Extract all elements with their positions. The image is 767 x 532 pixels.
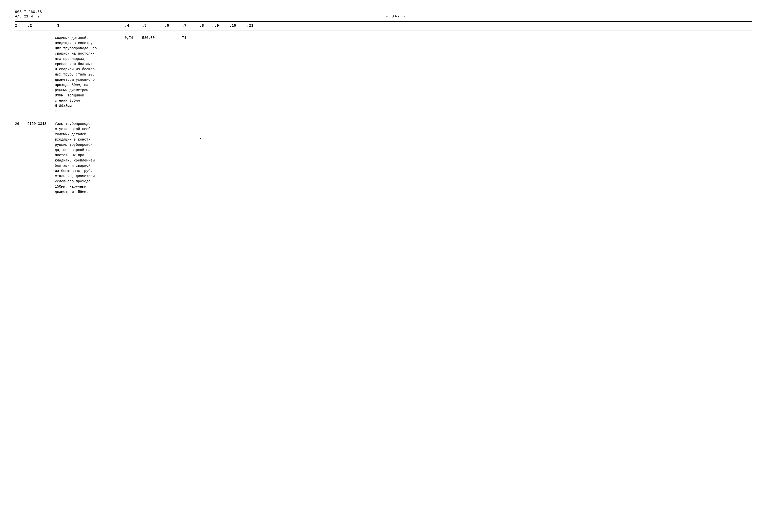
- doc-number: 903-I-260.88: [15, 10, 752, 14]
- sheet-label: Ал. 21 ч. 2: [15, 14, 40, 19]
- table-body: ходимых деталей, входящих в конструк- ци…: [15, 35, 752, 195]
- row2-num: 26: [15, 121, 27, 127]
- col-header-8: :8: [199, 24, 214, 28]
- row1-col11: ––: [247, 35, 264, 44]
- row2-code: СI59-3348: [27, 121, 55, 127]
- col-header-10: :10: [229, 24, 247, 28]
- table-row: ходимых деталей, входящих в конструк- ци…: [15, 35, 752, 114]
- col-header-6: :6: [164, 24, 182, 28]
- row1-col9: ––: [214, 35, 229, 44]
- row2-col8: •: [199, 121, 214, 142]
- row1-col4: 0,I4: [125, 35, 142, 41]
- table-row: 26 СI59-3348 Узлы трубопроводов с устано…: [15, 121, 752, 195]
- header-line2: Ал. 21 ч. 2 - 347 -: [15, 14, 752, 19]
- col-header-5: :5: [142, 24, 164, 28]
- row1-col7: 74: [182, 35, 199, 41]
- page-header: 903-I-260.88 Ал. 21 ч. 2 - 347 -: [15, 10, 752, 19]
- row2-description: Узлы трубопроводов с установкой необ- хо…: [55, 121, 125, 195]
- row1-description: ходимых деталей, входящих в конструк- ци…: [55, 35, 125, 114]
- row1-col8: ––: [199, 35, 214, 44]
- page-number: - 347 -: [40, 14, 752, 19]
- col-header-1: I: [15, 24, 27, 28]
- col-header-3: :3: [55, 24, 125, 28]
- row1-col6: –: [164, 35, 182, 41]
- row1-col5: 530,00: [142, 35, 164, 41]
- col-header-9: :9: [214, 24, 229, 28]
- table-header: I :2 :3 :4 :5 :6 :7 :8 :9 :10 :II: [15, 21, 752, 30]
- row1-col10: ––: [229, 35, 247, 44]
- col-header-2: :2: [27, 24, 55, 28]
- col-header-11: :II: [247, 24, 264, 28]
- main-table: I :2 :3 :4 :5 :6 :7 :8 :9 :10 :II ходимы…: [15, 21, 752, 195]
- col-header-4: :4: [125, 24, 142, 28]
- col-header-7: :7: [182, 24, 199, 28]
